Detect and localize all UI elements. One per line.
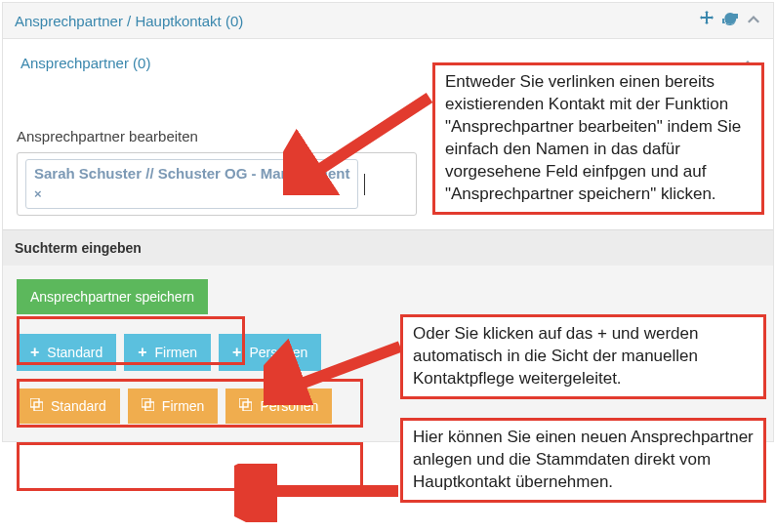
panel-header: Ansprechpartner / Hauptkontakt (0) <box>3 3 773 39</box>
annotation-callout-2: Oder Sie klicken auf das + und werden au… <box>400 314 766 399</box>
add-personen-button[interactable]: + Personen <box>219 334 321 371</box>
highlight-copy-row <box>17 442 363 491</box>
save-button-row: Ansprechpartner speichern <box>17 279 759 314</box>
plus-icon: + <box>138 344 146 361</box>
save-button[interactable]: Ansprechpartner speichern <box>17 279 208 314</box>
copy-personen-button[interactable]: Personen <box>225 389 332 424</box>
remove-tag-icon[interactable]: × <box>34 186 42 203</box>
plus-icon: + <box>232 344 241 361</box>
add-firmen-label: Firmen <box>155 345 198 360</box>
contact-tag[interactable]: Sarah Schuster // Schuster OG - Manageme… <box>25 159 358 209</box>
panel-title: Ansprechpartner / Hauptkontakt (0) <box>15 13 243 29</box>
copy-personen-label: Personen <box>260 398 318 414</box>
contact-tag-text: Sarah Schuster // Schuster OG - Manageme… <box>34 165 349 182</box>
header-icons <box>699 11 761 30</box>
copy-firmen-button[interactable]: Firmen <box>128 389 219 424</box>
add-firmen-button[interactable]: + Firmen <box>124 334 211 371</box>
text-cursor <box>364 174 365 195</box>
annotation-callout-1: Entweder Sie verlinken einen bereits exi… <box>432 62 764 215</box>
refresh-icon[interactable] <box>722 11 738 30</box>
copy-firmen-label: Firmen <box>162 398 205 414</box>
add-standard-button[interactable]: + Standard <box>17 334 116 371</box>
copy-standard-label: Standard <box>51 398 106 414</box>
annotation-arrow-3 <box>234 464 410 522</box>
copy-icon <box>30 398 43 414</box>
copy-icon <box>239 398 252 414</box>
contact-tag-input[interactable]: Sarah Schuster // Schuster OG - Manageme… <box>17 152 417 216</box>
add-personen-label: Personen <box>249 345 307 360</box>
add-standard-label: Standard <box>47 345 102 360</box>
plus-icon: + <box>30 344 39 361</box>
collapse-icon[interactable] <box>746 12 761 29</box>
copy-icon <box>142 398 154 414</box>
search-term-row[interactable]: Suchterm eingeben <box>3 229 773 266</box>
copy-standard-button[interactable]: Standard <box>17 389 120 424</box>
annotation-callout-3: Hier können Sie einen neuen Ansprechpart… <box>400 418 766 503</box>
move-icon[interactable] <box>699 11 715 30</box>
sub-title[interactable]: Ansprechpartner (0) <box>20 55 150 71</box>
